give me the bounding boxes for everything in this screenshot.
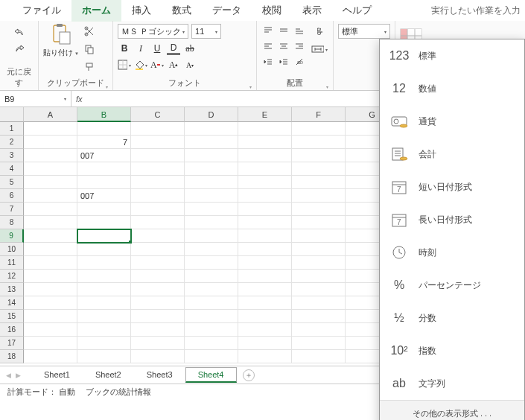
cell-C3[interactable] — [131, 149, 185, 162]
cell-F18[interactable] — [292, 350, 346, 363]
cell-A13[interactable] — [24, 283, 77, 296]
row-header-12[interactable]: 12 — [0, 270, 24, 283]
more-formats-button[interactable]: その他の表示形式 . . . — [380, 401, 524, 420]
cell-B2[interactable]: 7 — [77, 136, 131, 149]
row-header-14[interactable]: 14 — [0, 296, 24, 310]
font-name-select[interactable]: ＭＳ Ｐゴシック▾ — [118, 24, 188, 39]
double-underline-button[interactable]: D — [167, 42, 180, 55]
cell-E18[interactable] — [238, 350, 292, 363]
cell-D14[interactable] — [185, 296, 238, 310]
align-center-button[interactable] — [277, 39, 290, 53]
decrease-indent-button[interactable] — [261, 55, 275, 69]
cell-E1[interactable] — [238, 122, 292, 136]
cell-D13[interactable] — [185, 283, 238, 296]
cell-E9[interactable] — [238, 229, 292, 243]
cell-E11[interactable] — [238, 256, 292, 270]
row-header-7[interactable]: 7 — [0, 203, 24, 216]
col-header-E[interactable]: E — [238, 107, 292, 122]
cell-E16[interactable] — [238, 323, 292, 337]
cell-C7[interactable] — [131, 203, 185, 216]
tab-data[interactable]: データ — [202, 0, 252, 22]
tell-me-hint[interactable]: 実行したい作業を入力 — [431, 4, 525, 17]
cell-B12[interactable] — [77, 270, 131, 283]
cell-A8[interactable] — [24, 216, 77, 229]
cell-A9[interactable] — [24, 229, 77, 243]
row-header-3[interactable]: 3 — [0, 149, 24, 162]
cell-F8[interactable] — [292, 216, 346, 229]
tab-formulas[interactable]: 数式 — [162, 0, 202, 22]
cell-B3[interactable]: 007 — [77, 149, 131, 162]
paste-button[interactable] — [49, 22, 73, 46]
cell-B1[interactable] — [77, 122, 131, 136]
cell-B11[interactable] — [77, 256, 131, 270]
row-header-16[interactable]: 16 — [0, 323, 24, 337]
cell-B18[interactable] — [77, 350, 131, 363]
cell-C11[interactable] — [131, 256, 185, 270]
increase-indent-button[interactable] — [277, 55, 290, 69]
cell-F11[interactable] — [292, 256, 346, 270]
cell-D4[interactable] — [185, 162, 238, 176]
cell-A6[interactable] — [24, 189, 77, 203]
cell-B6[interactable]: 007 — [77, 189, 131, 203]
col-header-B[interactable]: B — [77, 107, 131, 122]
cell-A15[interactable] — [24, 310, 77, 323]
cell-F6[interactable] — [292, 189, 346, 203]
cell-D2[interactable] — [185, 136, 238, 149]
underline-button[interactable]: U — [150, 42, 164, 55]
font-color-button[interactable]: A▾ — [150, 58, 164, 71]
cell-E13[interactable] — [238, 283, 292, 296]
cell-C1[interactable] — [131, 122, 185, 136]
cell-E7[interactable] — [238, 203, 292, 216]
sheet-tab-Sheet3[interactable]: Sheet3 — [134, 367, 185, 383]
cell-C14[interactable] — [131, 296, 185, 310]
cell-C13[interactable] — [131, 283, 185, 296]
cell-B17[interactable] — [77, 337, 131, 350]
orientation-button[interactable]: ab — [293, 55, 306, 69]
format-scientific[interactable]: 10²指数 — [380, 334, 524, 367]
wrap-text-button[interactable]: ab — [311, 24, 328, 39]
format-painter-button[interactable] — [82, 60, 97, 74]
cell-C10[interactable] — [131, 243, 185, 256]
cell-F9[interactable] — [292, 229, 346, 243]
cell-C5[interactable] — [131, 176, 185, 189]
row-header-6[interactable]: 6 — [0, 189, 24, 203]
cell-F3[interactable] — [292, 149, 346, 162]
cell-D11[interactable] — [185, 256, 238, 270]
cell-D1[interactable] — [185, 122, 238, 136]
cell-F7[interactable] — [292, 203, 346, 216]
align-top-button[interactable] — [261, 24, 275, 37]
cell-C12[interactable] — [131, 270, 185, 283]
cell-D8[interactable] — [185, 216, 238, 229]
cell-C18[interactable] — [131, 350, 185, 363]
sheet-tab-Sheet1[interactable]: Sheet1 — [31, 367, 83, 383]
italic-button[interactable]: I — [134, 42, 147, 55]
cell-F2[interactable] — [292, 136, 346, 149]
number-format-select[interactable]: 標準▾ — [338, 24, 390, 39]
cell-F14[interactable] — [292, 296, 346, 310]
cell-B14[interactable] — [77, 296, 131, 310]
cell-A7[interactable] — [24, 203, 77, 216]
cell-D7[interactable] — [185, 203, 238, 216]
col-header-A[interactable]: A — [24, 107, 77, 122]
cell-D6[interactable] — [185, 189, 238, 203]
tab-file[interactable]: ファイル — [12, 0, 71, 22]
format-fraction[interactable]: ½分数 — [380, 302, 524, 334]
tab-home[interactable]: ホーム — [71, 0, 121, 22]
format-general[interactable]: 123標準 — [380, 39, 524, 72]
cell-E8[interactable] — [238, 216, 292, 229]
cell-A3[interactable] — [24, 149, 77, 162]
cell-D10[interactable] — [185, 243, 238, 256]
col-header-D[interactable]: D — [185, 107, 238, 122]
cell-A17[interactable] — [24, 337, 77, 350]
cell-D5[interactable] — [185, 176, 238, 189]
cell-C4[interactable] — [131, 162, 185, 176]
row-header-11[interactable]: 11 — [0, 256, 24, 270]
cell-F17[interactable] — [292, 337, 346, 350]
row-header-17[interactable]: 17 — [0, 337, 24, 350]
redo-button[interactable] — [12, 42, 27, 57]
cell-B16[interactable] — [77, 323, 131, 337]
cell-C17[interactable] — [131, 337, 185, 350]
undo-button[interactable] — [12, 25, 27, 40]
cell-A12[interactable] — [24, 270, 77, 283]
sheet-nav[interactable]: ◀▶ — [6, 372, 21, 379]
